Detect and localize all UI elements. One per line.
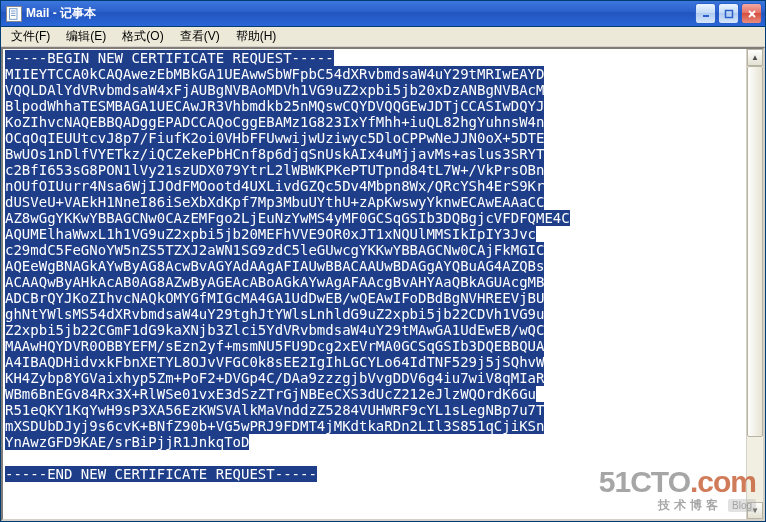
scroll-track[interactable] <box>747 66 763 502</box>
minimize-button[interactable] <box>695 3 716 24</box>
selected-text-line: c2BfI653sG8PON1lVy21szUDX079YtrL2lWBWKPK… <box>5 162 544 178</box>
menubar: 文件(F) 编辑(E) 格式(O) 查看(V) 帮助(H) <box>1 27 765 47</box>
menu-file[interactable]: 文件(F) <box>3 26 58 47</box>
selected-text-line: ghNtYWlsMS54dXRvbmdsaW4uY29tghJtYWlsLnhl… <box>5 306 544 322</box>
selected-text-line: OCqOqIEUUtcvJ8p7/FiufK2oi0VHbFFUwwijwUzi… <box>5 130 544 146</box>
selected-text-line: VQQLDAlYdVRvbmdsaW4xFjAUBgNVBAoMDVh1VG9u… <box>5 82 544 98</box>
maximize-button[interactable] <box>718 3 739 24</box>
selected-text-line: ACAAQwByAHkAcAB0AG8AZwByAGEAcABoAGkAYwAg… <box>5 274 544 290</box>
close-button[interactable] <box>741 3 762 24</box>
selected-text-line: mXSDUbDJyj9s6cvK+BNfZ90b+VG5wPRJ9FDMT4jM… <box>5 418 544 434</box>
selected-text-line: R51eQKY1KqYwH9sP3XA56EzKWSVAlkMaVnddzZ52… <box>5 402 544 418</box>
vertical-scrollbar[interactable]: ▲ ▼ <box>746 49 763 519</box>
selected-text-line: AZ8wGgYKKwYBBAGCNw0CAzEMFgo2LjEuNzYwMS4y… <box>5 210 570 226</box>
selected-text-line: -----BEGIN NEW CERTIFICATE REQUEST----- <box>5 50 334 66</box>
menu-format[interactable]: 格式(O) <box>114 26 171 47</box>
selected-text-line: WBm6BnEGv84Rx3X+RlWSe01vxE3dSzZTrGjNBEeC… <box>5 386 536 402</box>
selected-text-line: ADCBrQYJKoZIhvcNAQkOMYGfMIGcMA4GA1UdDwEB… <box>5 290 544 306</box>
scroll-down-button[interactable]: ▼ <box>747 502 763 519</box>
selected-text-line: BwUOs1nDlfVYETkz/iQCZekePbHCnf8p6djqSnUs… <box>5 146 544 162</box>
selected-text-line: dUSVeU+VAEkH1NneI86iSeXbXdKpf7Mp3MbuUYth… <box>5 194 544 210</box>
menu-view[interactable]: 查看(V) <box>172 26 228 47</box>
scroll-thumb[interactable] <box>747 66 763 437</box>
window-title: Mail - 记事本 <box>26 5 695 22</box>
titlebar[interactable]: Mail - 记事本 <box>1 1 765 27</box>
selected-text-line: MIIEYTCCA0kCAQAwezEbMBkGA1UEAwwSbWFpbC54… <box>5 66 544 82</box>
selected-text-line: YnAwzGFD9KAE/srBiPjjR1JnkqToD <box>5 434 249 450</box>
scroll-up-button[interactable]: ▲ <box>747 49 763 66</box>
selected-text-line: -----END NEW CERTIFICATE REQUEST----- <box>5 466 317 482</box>
selected-text-line: nOUfOIUurr4Nsa6WjIJOdFMOootd4UXLivdGZQc5… <box>5 178 544 194</box>
notepad-window: Mail - 记事本 文件(F) 编辑(E) 格式(O) 查看(V) 帮助(H)… <box>0 0 766 522</box>
selected-text-line: c29mdC5FeGNoYW5nZS5TZXJ2aWN1SG9zdC5leGUw… <box>5 242 544 258</box>
selected-text-line: AQEeWgBNAGkAYwByAG8AcwBvAGYAdAAgAFIAUwBB… <box>5 258 544 274</box>
client-area: -----BEGIN NEW CERTIFICATE REQUEST----- … <box>1 47 765 521</box>
menu-help[interactable]: 帮助(H) <box>228 26 285 47</box>
selected-text-line: BlpodWhhaTESMBAGA1UECAwJR3Vhbmdkb25nMQsw… <box>5 98 544 114</box>
selected-text-line: Z2xpbi5jb22CGmF1dG9kaXNjb3Zlci5YdVRvbmds… <box>5 322 544 338</box>
menu-edit[interactable]: 编辑(E) <box>58 26 114 47</box>
selected-text-line: MAAwHQYDVR0OBBYEFM/sEzn2yf+msmNU5FU9Dcg2… <box>5 338 544 354</box>
selected-text-line: AQUMElhaWwxL1h1VG9uZ2xpbi5jb20MEFhVVE9OR… <box>5 226 536 242</box>
window-controls <box>695 3 762 24</box>
app-icon <box>6 6 22 22</box>
text-area[interactable]: -----BEGIN NEW CERTIFICATE REQUEST----- … <box>3 49 746 519</box>
svg-rect-5 <box>725 10 732 17</box>
svg-rect-0 <box>10 8 18 19</box>
selected-text-line: KoZIhvcNAQEBBQADggEPADCCAQoCggEBAMz1G823… <box>5 114 544 130</box>
selected-text-line: KH4Zybp8YGVaixhyp5Zm+PoF2+DVGp4C/DAa9zzz… <box>5 370 544 386</box>
selected-text-line: A4IBAQDHidvxkFbnXETYL8OJvVFGC0k8sEE2IgIh… <box>5 354 544 370</box>
